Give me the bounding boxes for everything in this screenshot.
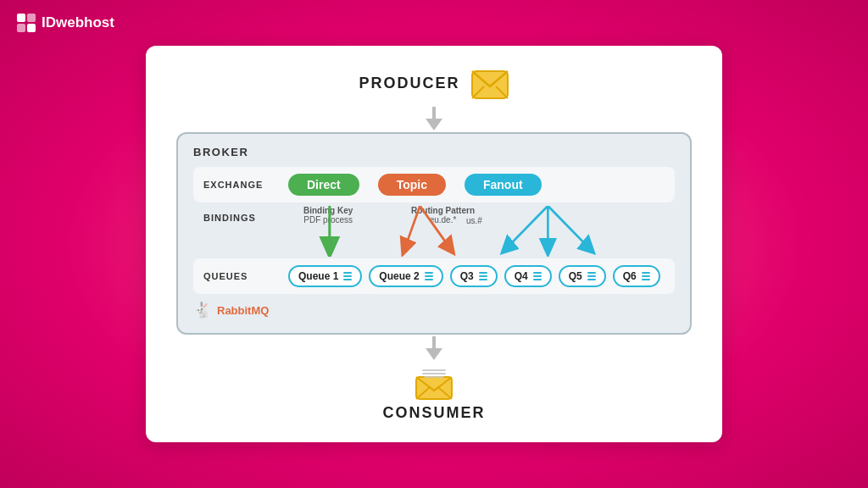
queue-5: Q5: [559, 265, 606, 287]
queue-4: Q4: [504, 265, 552, 287]
svg-line-5: [420, 206, 450, 248]
svg-line-8: [548, 206, 589, 248]
queue-lines-icon: [642, 272, 650, 280]
queues-list: Queue 1 Queue 2 Q3 Q4 Q5: [288, 265, 660, 287]
exchange-topic-button[interactable]: Topic: [378, 174, 446, 196]
main-card: PRODUCER BROKER EXCHANGE Direct Topic Fa…: [146, 46, 722, 442]
producer-envelope-icon: [470, 69, 509, 100]
brand-name: IDwebhost: [42, 14, 114, 31]
queues-label: QUEUES: [203, 271, 280, 281]
svg-line-4: [405, 206, 420, 248]
queue-3: Q3: [450, 265, 498, 287]
svg-line-6: [507, 206, 548, 248]
bindings-arrows-svg: [288, 206, 665, 257]
exchange-label: EXCHANGE: [203, 180, 280, 190]
consumer-label: CONSUMER: [382, 404, 485, 422]
exchange-direct-button[interactable]: Direct: [288, 174, 359, 196]
queue-lines-icon: [587, 272, 596, 280]
bindings-label: BINDINGS: [203, 206, 280, 223]
exchange-fanout-button[interactable]: Fanout: [465, 174, 542, 196]
consumer-section: CONSUMER: [176, 367, 692, 422]
producer-section: PRODUCER: [176, 69, 692, 100]
exchange-buttons: Direct Topic Fanout: [288, 174, 665, 196]
queue-lines-icon: [479, 272, 487, 280]
queue-6: Q6: [613, 265, 660, 287]
broker-to-consumer-arrow: [176, 336, 692, 360]
queue-lines-icon: [533, 272, 542, 280]
broker-box: BROKER EXCHANGE Direct Topic Fanout BIND…: [176, 132, 692, 335]
bindings-area: Binding Key PDF process Routing Pattern …: [288, 206, 665, 257]
exchange-row: EXCHANGE Direct Topic Fanout: [193, 167, 675, 202]
queue-lines-icon: [343, 272, 352, 280]
producer-label: PRODUCER: [359, 75, 459, 92]
consumer-envelope-icon: [415, 367, 453, 401]
broker-label: BROKER: [193, 146, 675, 158]
producer-to-broker-arrow: [176, 107, 692, 130]
queue-2: Queue 2: [369, 265, 442, 287]
logo-icon: [17, 14, 36, 32]
queue-lines-icon: [425, 272, 433, 280]
bindings-section: BINDINGS Binding Key PDF process Routing…: [193, 206, 675, 257]
rabbitmq-icon: 🐇: [193, 301, 212, 319]
rabbitmq-label: 🐇 RabbitMQ: [193, 301, 675, 319]
idwebhost-logo: IDwebhost: [17, 14, 114, 32]
queue-1: Queue 1: [288, 265, 362, 287]
queues-row: QUEUES Queue 1 Queue 2 Q3 Q4: [193, 258, 675, 294]
